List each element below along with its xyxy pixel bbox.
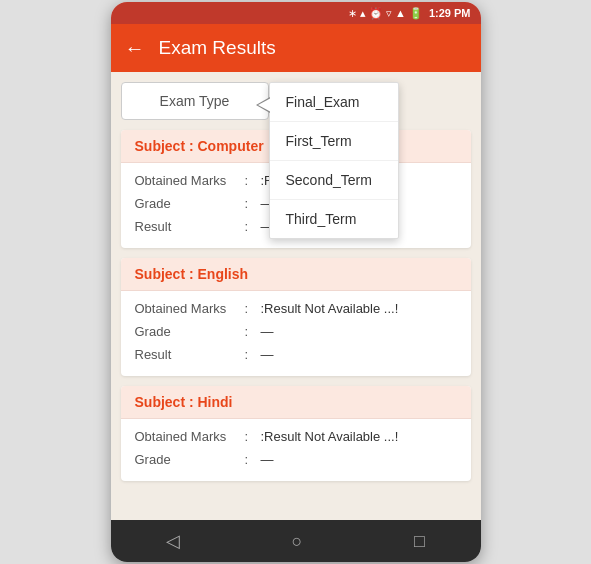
- bottom-nav: ◁ ○ □: [111, 520, 481, 562]
- data-row-2-0: Obtained Marks::Result Not Available ...…: [135, 425, 457, 448]
- row-label-2-0: Obtained Marks: [135, 429, 245, 444]
- nav-back-button[interactable]: ◁: [146, 524, 200, 558]
- row-label-0-2: Result: [135, 219, 245, 234]
- phone-frame: ∗ ▴ ⏰ ▿ ▲ 🔋 1:29 PM ← Exam Results Exam …: [111, 2, 481, 562]
- data-row-2-1: Grade:—: [135, 448, 457, 471]
- subject-body-2: Obtained Marks::Result Not Available ...…: [121, 419, 471, 481]
- row-value-2-1: —: [261, 452, 274, 467]
- row-value-2-0: :Result Not Available ...!: [261, 429, 399, 444]
- row-label-0-0: Obtained Marks: [135, 173, 245, 188]
- subject-card-2: Subject : HindiObtained Marks::Result No…: [121, 386, 471, 481]
- status-icons: ∗ ▴ ⏰ ▿ ▲ 🔋: [348, 7, 423, 20]
- subject-header-2: Subject : Hindi: [121, 386, 471, 419]
- alarm-icon: ⏰: [369, 7, 383, 20]
- data-row-1-1: Grade:—: [135, 320, 457, 343]
- row-label-0-1: Grade: [135, 196, 245, 211]
- data-row-1-0: Obtained Marks::Result Not Available ...…: [135, 297, 457, 320]
- row-colon-2-0: :: [245, 429, 261, 444]
- exam-type-button[interactable]: Exam Type: [121, 82, 269, 120]
- nav-home-button[interactable]: ○: [272, 525, 323, 558]
- row-colon-0-0: :: [245, 173, 261, 188]
- back-button[interactable]: ←: [125, 37, 145, 60]
- row-colon-1-0: :: [245, 301, 261, 316]
- row-label-1-2: Result: [135, 347, 245, 362]
- bluetooth-icon: ∗: [348, 7, 357, 20]
- subject-body-1: Obtained Marks::Result Not Available ...…: [121, 291, 471, 376]
- row-value-1-2: —: [261, 347, 274, 362]
- status-bar: ∗ ▴ ⏰ ▿ ▲ 🔋 1:29 PM: [111, 2, 481, 24]
- page-title: Exam Results: [159, 37, 276, 59]
- dropdown-item-third-term[interactable]: Third_Term: [270, 200, 398, 238]
- battery-icon: 🔋: [409, 7, 423, 20]
- row-value-1-0: :Result Not Available ...!: [261, 301, 399, 316]
- row-colon-0-1: :: [245, 196, 261, 211]
- exam-type-row: Exam Type Final_Exam First_Term Second_T…: [121, 82, 471, 120]
- row-label-2-1: Grade: [135, 452, 245, 467]
- data-row-1-2: Result:—: [135, 343, 457, 366]
- nav-recent-button[interactable]: □: [394, 525, 445, 558]
- row-colon-1-2: :: [245, 347, 261, 362]
- dropdown-arrow-icon: [256, 97, 270, 113]
- status-time: 1:29 PM: [429, 7, 471, 19]
- exam-type-dropdown: Final_Exam First_Term Second_Term Third_…: [269, 82, 399, 239]
- row-value-1-1: —: [261, 324, 274, 339]
- row-colon-1-1: :: [245, 324, 261, 339]
- dropdown-item-final-exam[interactable]: Final_Exam: [270, 83, 398, 122]
- row-colon-2-1: :: [245, 452, 261, 467]
- subject-header-1: Subject : English: [121, 258, 471, 291]
- data-icon: ▲: [395, 7, 406, 19]
- top-bar: ← Exam Results: [111, 24, 481, 72]
- row-label-1-0: Obtained Marks: [135, 301, 245, 316]
- signal-icon: ▴: [360, 7, 366, 20]
- row-label-1-1: Grade: [135, 324, 245, 339]
- content-area: Exam Type Final_Exam First_Term Second_T…: [111, 72, 481, 520]
- subject-card-1: Subject : EnglishObtained Marks::Result …: [121, 258, 471, 376]
- dropdown-item-second-term[interactable]: Second_Term: [270, 161, 398, 200]
- row-colon-0-2: :: [245, 219, 261, 234]
- wifi-icon: ▿: [386, 7, 392, 20]
- dropdown-item-first-term[interactable]: First_Term: [270, 122, 398, 161]
